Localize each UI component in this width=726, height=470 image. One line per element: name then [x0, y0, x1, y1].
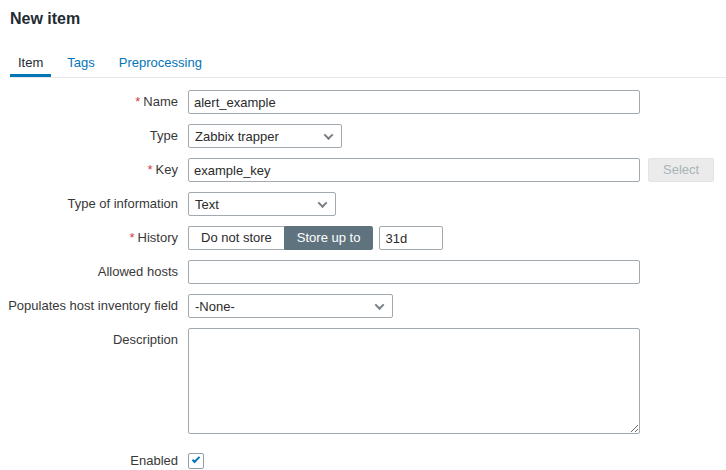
enabled-row: Enabled [0, 449, 726, 470]
required-asterisk: * [148, 162, 153, 177]
tab-bar: Item Tags Preprocessing [10, 49, 726, 78]
type-select-value: Zabbix trapper [195, 129, 279, 144]
page-title: New item [10, 10, 726, 28]
description-textarea[interactable] [188, 328, 640, 434]
required-asterisk: * [129, 230, 134, 245]
history-duration-input[interactable] [379, 226, 443, 250]
new-item-form-page: New item Item Tags Preprocessing *Name T… [0, 10, 726, 470]
type-of-information-select[interactable]: Text [188, 192, 336, 216]
allowed-hosts-label: Allowed hosts [0, 260, 178, 284]
type-label: Type [0, 124, 178, 148]
history-row: *History Do not store Store up to [0, 226, 726, 250]
enabled-label: Enabled [0, 449, 178, 470]
key-label: *Key [0, 158, 178, 182]
chevron-down-icon [324, 130, 334, 140]
type-select[interactable]: Zabbix trapper [188, 124, 342, 148]
tab-item[interactable]: Item [10, 49, 51, 77]
key-row: *Key Select [0, 158, 726, 182]
description-row: Description [0, 328, 726, 434]
name-input[interactable] [188, 90, 640, 114]
populates-host-inventory-field-select[interactable]: -None- [188, 294, 393, 318]
required-asterisk: * [135, 94, 140, 109]
tab-preprocessing[interactable]: Preprocessing [111, 49, 210, 77]
type-of-information-select-value: Text [195, 197, 219, 212]
type-of-information-label: Type of information [0, 192, 178, 216]
allowed-hosts-input[interactable] [188, 260, 640, 284]
chevron-down-icon [318, 198, 328, 208]
enabled-checkbox[interactable] [188, 453, 204, 469]
populates-host-inventory-field-select-value: -None- [195, 299, 235, 314]
history-do-not-store-button[interactable]: Do not store [188, 226, 284, 250]
chevron-down-icon [375, 300, 385, 310]
history-mode-segmented-control: Do not store Store up to [188, 226, 373, 250]
type-of-information-row: Type of information Text [0, 192, 726, 216]
name-row: *Name [0, 90, 726, 114]
key-select-button[interactable]: Select [648, 158, 714, 182]
populates-host-inventory-field-label: Populates host inventory field [0, 294, 178, 318]
history-store-up-to-button[interactable]: Store up to [284, 226, 374, 250]
type-row: Type Zabbix trapper [0, 124, 726, 148]
check-icon [192, 455, 200, 463]
item-form: *Name Type Zabbix trapper *Key Select [0, 78, 726, 470]
description-label: Description [0, 328, 178, 352]
history-label: *History [0, 226, 178, 250]
populates-host-inventory-field-row: Populates host inventory field -None- [0, 294, 726, 318]
tab-tags[interactable]: Tags [59, 49, 102, 77]
allowed-hosts-row: Allowed hosts [0, 260, 726, 284]
name-label: *Name [0, 90, 178, 114]
key-input[interactable] [188, 158, 640, 182]
